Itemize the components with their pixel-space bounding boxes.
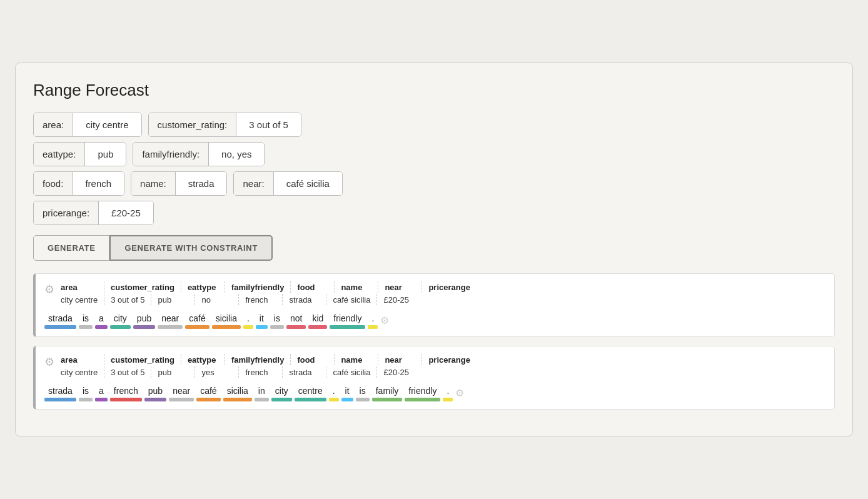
col-header: pricerange xyxy=(422,281,476,293)
token-word: a xyxy=(95,311,108,325)
token-word: strada xyxy=(44,311,76,325)
field-value: café sicilia xyxy=(274,172,342,195)
token: a xyxy=(95,311,108,329)
token-word: . xyxy=(368,311,378,325)
token-word: a xyxy=(95,384,108,398)
token: centre xyxy=(295,384,326,401)
field-label: food: xyxy=(34,172,73,195)
token: is xyxy=(79,311,93,329)
col-header: near xyxy=(378,281,422,293)
token: french xyxy=(110,384,142,401)
token: sicilia xyxy=(212,311,241,329)
gear-icon: ⚙ xyxy=(44,355,54,369)
col-header: food xyxy=(291,354,335,365)
token: . xyxy=(329,384,339,401)
token-bar xyxy=(329,398,339,401)
field-group: near:café sicilia xyxy=(233,171,342,196)
token: is xyxy=(270,311,284,329)
col-header: area xyxy=(61,281,104,293)
token: sicilia xyxy=(223,384,252,401)
token: it xyxy=(341,384,353,401)
token-word: centre xyxy=(295,384,326,398)
token-word: friendly xyxy=(405,384,440,398)
col-header: familyfriendly xyxy=(225,281,291,293)
result-header: ⚙areacustomer_ratingeattypefamilyfriendl… xyxy=(44,281,825,305)
token-word: café xyxy=(196,384,220,398)
token-word: sicilia xyxy=(223,384,252,398)
inline-gear-icon: ⚙ xyxy=(455,387,464,399)
token-bar xyxy=(44,325,76,329)
token-word: café xyxy=(185,311,209,325)
token-bar xyxy=(356,398,370,401)
field-value: 3 out of 5 xyxy=(236,113,301,136)
token-word: city xyxy=(110,311,131,325)
token-word: french xyxy=(110,384,142,398)
token-word: city xyxy=(271,384,292,398)
col-value: strada xyxy=(283,294,326,305)
col-value: £20-25 xyxy=(377,294,421,305)
token-word: pub xyxy=(133,311,155,325)
token-bar xyxy=(255,398,269,401)
token: friendly xyxy=(405,384,440,401)
token: kid xyxy=(308,311,327,329)
col-value: yes xyxy=(195,366,239,378)
col-header: eattype xyxy=(181,354,225,365)
token-word: friendly xyxy=(330,311,365,325)
token-bar xyxy=(330,325,365,329)
token-word: in xyxy=(255,384,269,398)
field-group: familyfriendly:no, yes xyxy=(133,142,265,166)
field-label: familyfriendly: xyxy=(133,143,209,166)
field-value: pub xyxy=(85,143,126,166)
button-row: GENERATE GENERATE WITH CONSTRAINT xyxy=(33,235,835,261)
form-row: food:frenchname:stradanear:café sicilia xyxy=(33,171,835,196)
token-bar xyxy=(79,325,93,329)
token: pub xyxy=(133,311,155,329)
token-bar xyxy=(185,325,209,329)
col-value: pub xyxy=(151,294,195,305)
data-table: areacustomer_ratingeattypefamilyfriendly… xyxy=(61,354,477,378)
token: . xyxy=(443,384,453,401)
token-word: is xyxy=(356,384,370,398)
field-value: £20-25 xyxy=(99,201,153,224)
token-bar xyxy=(110,398,142,401)
col-value: café sicilia xyxy=(326,366,377,378)
token-word: sicilia xyxy=(212,311,241,325)
results-container: ⚙areacustomer_ratingeattypefamilyfriendl… xyxy=(33,273,835,410)
token: not xyxy=(286,311,306,329)
col-value: 3 out of 5 xyxy=(104,294,151,305)
field-group: area:city centre xyxy=(33,113,142,137)
token: friendly xyxy=(330,311,365,329)
col-header: area xyxy=(61,354,104,365)
token: it xyxy=(256,311,268,329)
result-card: ⚙areacustomer_ratingeattypefamilyfriendl… xyxy=(33,346,835,410)
token: . xyxy=(368,311,378,329)
form-row: eattype:pubfamilyfriendly:no, yes xyxy=(33,142,835,166)
token: strada xyxy=(44,311,76,329)
col-header: customer_rating xyxy=(104,281,181,293)
token-bar xyxy=(286,325,306,329)
col-value: no xyxy=(195,294,239,305)
form-row: area:city centrecustomer_rating:3 out of… xyxy=(33,113,835,137)
data-table: areacustomer_ratingeattypefamilyfriendly… xyxy=(61,281,477,305)
token-bar xyxy=(44,398,76,401)
token-bar xyxy=(368,325,378,329)
token-bar xyxy=(308,325,327,329)
col-value: french xyxy=(239,294,283,305)
generate-constraint-button[interactable]: GENERATE WITH CONSTRAINT xyxy=(109,235,273,261)
token-bar xyxy=(372,398,403,401)
form-grid: area:city centrecustomer_rating:3 out of… xyxy=(33,113,835,225)
field-value: city centre xyxy=(73,113,141,136)
field-group: customer_rating:3 out of 5 xyxy=(148,113,301,137)
col-header: name xyxy=(335,281,378,293)
token: near xyxy=(169,384,194,401)
token: in xyxy=(255,384,269,401)
token-bar xyxy=(341,398,353,401)
result-header: ⚙areacustomer_ratingeattypefamilyfriendl… xyxy=(44,354,825,378)
token-word: it xyxy=(341,384,353,398)
token-word: is xyxy=(270,311,284,325)
generate-button[interactable]: GENERATE xyxy=(33,235,109,261)
field-group: food:french xyxy=(33,171,124,196)
page-title: Range Forecast xyxy=(33,81,835,100)
inline-gear-icon: ⚙ xyxy=(380,315,389,326)
field-label: area: xyxy=(34,113,73,136)
